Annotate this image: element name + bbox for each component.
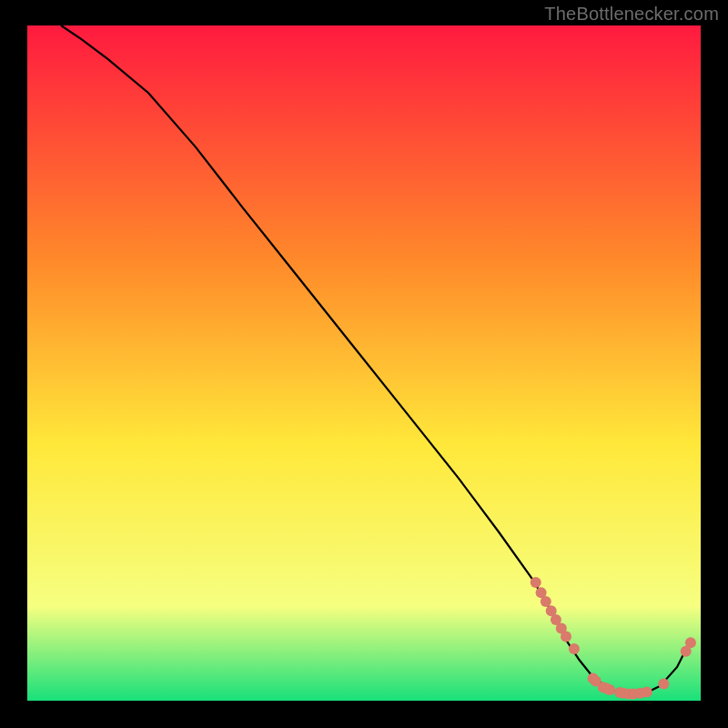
data-marker xyxy=(561,632,571,642)
data-marker xyxy=(642,686,652,697)
chart-container: TheBottlenecker.com xyxy=(0,0,728,728)
bottleneck-chart xyxy=(0,0,728,728)
watermark-text: TheBottlenecker.com xyxy=(544,4,719,25)
data-marker xyxy=(531,577,541,588)
data-marker xyxy=(685,637,696,648)
data-marker xyxy=(541,596,551,607)
data-marker xyxy=(658,678,669,689)
plot-background xyxy=(27,25,701,701)
data-marker xyxy=(604,684,615,695)
data-marker xyxy=(569,643,580,654)
